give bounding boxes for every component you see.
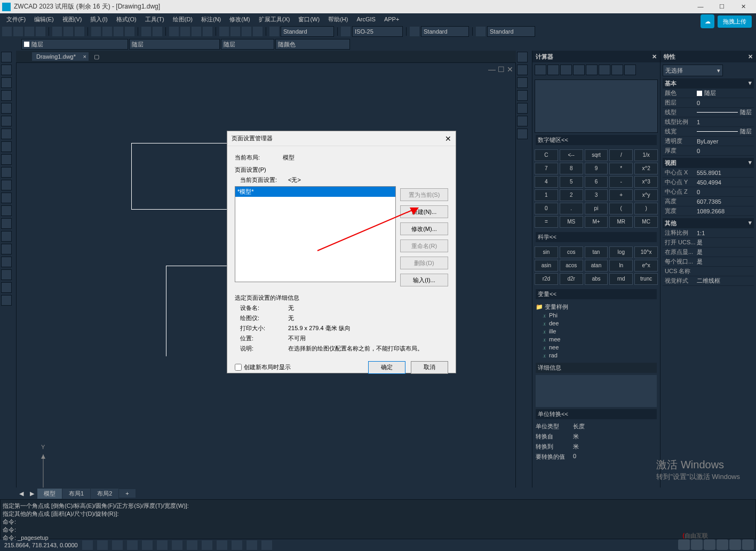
calc-key[interactable]: . xyxy=(560,203,583,214)
calc-key[interactable]: x^3 xyxy=(634,176,658,188)
calc-key[interactable]: cos xyxy=(560,246,583,258)
prop-row[interactable]: 注释比例1:1 xyxy=(663,228,754,238)
menu-insert[interactable]: 插入(I) xyxy=(86,15,112,23)
minimize-button[interactable]: — xyxy=(690,0,711,13)
region-icon[interactable] xyxy=(1,257,12,267)
mlstyle-icon[interactable] xyxy=(476,27,486,36)
calc-key[interactable]: sqrt xyxy=(585,149,608,161)
erase-icon[interactable] xyxy=(517,52,528,62)
tray-icon[interactable] xyxy=(678,539,690,550)
pan-icon[interactable] xyxy=(169,27,179,36)
calc-getpt-icon[interactable] xyxy=(573,65,585,75)
publish-icon[interactable] xyxy=(75,27,84,36)
calc-key[interactable]: MS xyxy=(560,216,583,228)
snap-toggle[interactable] xyxy=(82,540,93,550)
print-icon[interactable] xyxy=(52,27,62,36)
otrack-toggle[interactable] xyxy=(157,540,168,550)
mkblock-icon[interactable] xyxy=(1,205,12,216)
unit-row[interactable]: 转换到米 xyxy=(532,442,660,452)
tray-icon[interactable] xyxy=(742,539,754,550)
tab-layout2[interactable]: 布局2 xyxy=(91,489,118,499)
dimstyle-icon[interactable] xyxy=(341,27,351,36)
dialog-close-icon[interactable]: ✕ xyxy=(445,134,451,143)
calc-key[interactable]: 5 xyxy=(560,176,583,188)
textstyle-icon[interactable] xyxy=(269,27,279,36)
insblock-icon[interactable] xyxy=(1,193,12,203)
calc-key[interactable]: 1 xyxy=(535,189,558,201)
arc-icon[interactable] xyxy=(1,116,12,126)
props-view-header[interactable]: 视图 xyxy=(665,159,677,167)
textstyle-dropdown[interactable]: Standard xyxy=(281,26,334,37)
prop-row[interactable]: 颜色随层 xyxy=(663,89,754,98)
calc-key[interactable]: x^y xyxy=(634,189,658,201)
calc-angle-icon[interactable] xyxy=(599,65,610,75)
match-icon[interactable] xyxy=(125,27,134,36)
polygon-icon[interactable] xyxy=(1,90,12,101)
gradient-icon[interactable] xyxy=(1,244,12,254)
line-icon[interactable] xyxy=(1,52,12,62)
command-line[interactable]: 指定第一个角点或 [倒角(C)/标高(E)/圆角(F)/正方形(S)/厚度(T)… xyxy=(0,499,756,539)
var-item[interactable]: 𝑥Phi xyxy=(536,312,657,320)
menu-modify[interactable]: 修改(M) xyxy=(225,15,254,23)
props-other-header[interactable]: 其他 xyxy=(665,219,677,227)
new-icon[interactable] xyxy=(2,27,12,36)
linetype-dropdown[interactable]: 随层 xyxy=(221,39,274,50)
calc-key[interactable]: asin xyxy=(535,260,558,271)
grid-toggle[interactable] xyxy=(97,540,108,550)
spline-icon[interactable] xyxy=(1,154,12,165)
calc-key[interactable]: MR xyxy=(609,216,633,228)
var-root[interactable]: 📁 变量样例 xyxy=(536,302,657,312)
min-view-icon[interactable]: — xyxy=(488,65,496,74)
menu-arcgis[interactable]: ArcGIS xyxy=(352,16,379,22)
dc-icon[interactable] xyxy=(230,27,240,36)
cloud-icon[interactable]: ☁ xyxy=(701,14,714,28)
prop-row[interactable]: 透明度ByLayer xyxy=(663,137,754,146)
prop-row[interactable]: 线型比例1 xyxy=(663,117,754,127)
calc-key[interactable]: 4 xyxy=(535,176,558,188)
close-view-icon[interactable]: ✕ xyxy=(507,65,513,74)
prop-row[interactable]: 线型随层 xyxy=(663,108,754,117)
calc-key[interactable]: d2r xyxy=(560,273,583,285)
undo-icon[interactable] xyxy=(141,27,151,36)
calc-key[interactable]: 1/x xyxy=(634,149,658,161)
menu-window[interactable]: 窗口(W) xyxy=(294,15,324,23)
tablestyle-dropdown[interactable]: Standard xyxy=(421,26,469,37)
tray-icon[interactable] xyxy=(729,539,741,550)
calc-key[interactable]: pi xyxy=(585,203,608,214)
mtext-icon[interactable] xyxy=(1,282,12,293)
calc-key[interactable]: rnd xyxy=(609,273,633,285)
file-tab[interactable]: Drawing1.dwg*× xyxy=(32,52,89,61)
unit-row[interactable]: 要转换的值0 xyxy=(532,452,660,462)
calc-key[interactable]: x^2 xyxy=(634,163,658,174)
menu-tools[interactable]: 工具(T) xyxy=(141,15,169,23)
anno-toggle[interactable] xyxy=(232,540,242,550)
props-flash-icon[interactable] xyxy=(744,66,754,75)
plotstyle-dropdown[interactable]: 随颜色 xyxy=(275,39,350,50)
menu-ext[interactable]: 扩展工具(X) xyxy=(254,15,295,23)
open-icon[interactable] xyxy=(13,27,23,36)
tab-prev-icon[interactable]: ◀ xyxy=(16,490,27,497)
menu-format[interactable]: 格式(O) xyxy=(112,15,141,23)
menu-view[interactable]: 视图(V) xyxy=(58,15,86,23)
preview-icon[interactable] xyxy=(63,27,73,36)
prop-row[interactable]: UCS 名称 xyxy=(663,267,754,276)
tray-icon[interactable] xyxy=(704,539,715,550)
zoomprev-icon[interactable] xyxy=(203,27,212,36)
prop-row[interactable]: 高度607.7385 xyxy=(663,197,754,206)
prop-row[interactable]: 视觉样式二维线框 xyxy=(663,276,754,286)
list-item-model[interactable]: *模型* xyxy=(235,187,395,197)
rotate-icon[interactable] xyxy=(517,129,528,139)
tab-layout1[interactable]: 布局1 xyxy=(62,489,90,499)
var-item[interactable]: 𝑥dee xyxy=(536,320,657,328)
props-qsel-icon[interactable] xyxy=(734,66,743,75)
menu-help[interactable]: 帮助(H) xyxy=(324,15,352,23)
ellipse-icon[interactable] xyxy=(1,167,12,178)
tablestyle-icon[interactable] xyxy=(410,27,419,36)
folder-icon[interactable] xyxy=(253,27,262,36)
close-tab-icon[interactable]: × xyxy=(83,53,86,60)
calc-close-icon[interactable]: ✕ xyxy=(652,53,657,60)
close-button[interactable]: ✕ xyxy=(733,0,754,13)
calc-key[interactable]: log xyxy=(609,246,633,258)
calc-key[interactable]: - xyxy=(609,176,633,188)
upload-button[interactable]: 拖拽上传 xyxy=(718,15,752,28)
